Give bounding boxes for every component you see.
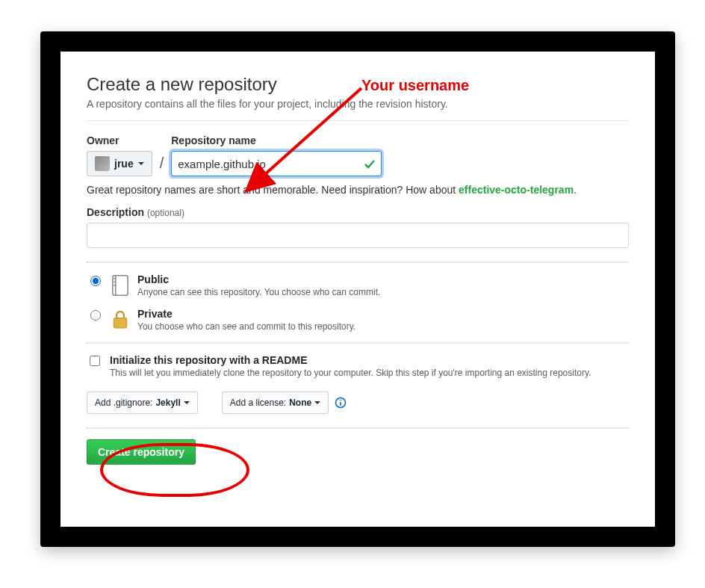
visibility-public-title: Public [137, 273, 629, 285]
license-select-button[interactable]: Add a license: None [222, 392, 329, 414]
divider [87, 120, 629, 121]
description-input[interactable] [87, 223, 629, 248]
svg-point-3 [114, 281, 115, 282]
avatar [95, 156, 110, 171]
description-label: Description (optional) [87, 206, 629, 218]
create-repository-button[interactable]: Create repository [87, 439, 196, 465]
repo-name-input[interactable] [171, 151, 382, 176]
svg-rect-5 [114, 318, 126, 328]
init-readme-checkbox[interactable] [90, 356, 100, 366]
page-subtitle: A repository contains all the files for … [87, 98, 629, 110]
visibility-private-title: Private [137, 308, 629, 320]
divider [87, 261, 629, 263]
svg-point-4 [114, 285, 115, 286]
caret-down-icon [184, 401, 190, 404]
caret-down-icon [138, 162, 144, 165]
init-readme-title: Initialize this repository with a README [110, 354, 591, 366]
divider [87, 427, 629, 429]
visibility-public-radio[interactable] [90, 276, 101, 286]
repo-name-hint: Great repository names are short and mem… [87, 184, 629, 196]
page-title: Create a new repository [87, 74, 629, 95]
init-readme-desc: This will let you immediately clone the … [110, 368, 591, 378]
owner-label: Owner [87, 134, 152, 146]
owner-select-button[interactable]: jrue [87, 151, 152, 176]
svg-point-8 [340, 400, 341, 401]
divider [87, 342, 629, 344]
lock-icon [111, 308, 130, 332]
repo-icon [111, 273, 130, 297]
visibility-public-desc: Anyone can see this repository. You choo… [137, 287, 629, 297]
visibility-private-radio[interactable] [90, 310, 101, 321]
gitignore-select-button[interactable]: Add .gitignore: Jekyll [87, 392, 198, 414]
check-icon [364, 158, 376, 170]
visibility-private-desc: You choose who can see and commit to thi… [137, 321, 629, 332]
slash-separator: / [158, 155, 166, 176]
create-repo-form: Create a new repository A repository con… [60, 52, 655, 527]
caret-down-icon [314, 401, 320, 404]
info-icon[interactable] [335, 397, 347, 409]
owner-name: jrue [114, 158, 134, 170]
repo-name-label: Repository name [171, 134, 382, 146]
svg-point-2 [114, 278, 115, 279]
repo-name-suggestion-link[interactable]: effective-octo-telegram [459, 184, 574, 196]
screenshot-frame: Create a new repository A repository con… [40, 31, 675, 547]
